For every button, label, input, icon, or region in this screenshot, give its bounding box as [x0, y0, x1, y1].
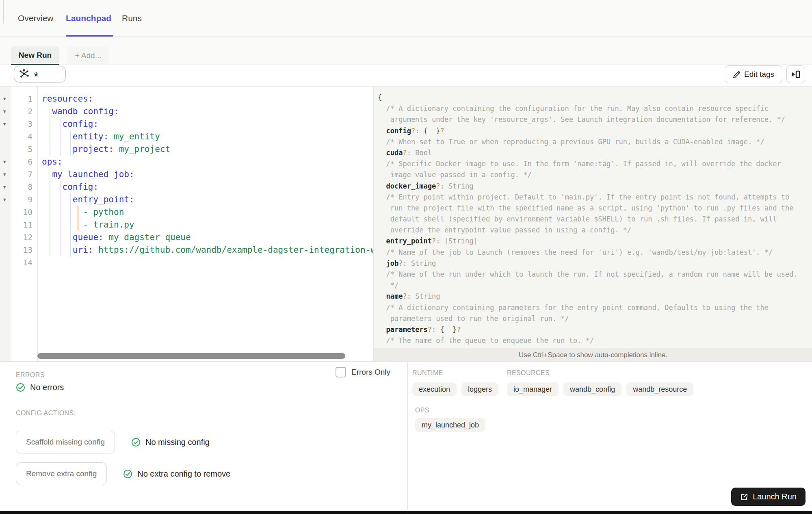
errors-section-label: ERRORS	[16, 371, 45, 379]
schema-doc-line: /* A dictionary containing parameters fo…	[378, 302, 812, 313]
scaffold-missing-config-button[interactable]: Scaffold missing config	[16, 431, 115, 453]
code-line[interactable]: ▼7 my_launched_job:	[0, 168, 373, 181]
code-line[interactable]: 11 - train.py	[0, 219, 373, 231]
code-line[interactable]: 14	[0, 256, 373, 269]
tab-runs[interactable]: Runs	[122, 0, 142, 37]
code-line[interactable]: ▼6ops:	[0, 156, 373, 168]
code-text: resources:	[42, 93, 93, 105]
code-text: entry_point:	[42, 193, 134, 206]
schema-doc-line: job?: String	[378, 258, 812, 269]
schema-doc-line: image value passed in a config. */	[378, 169, 812, 180]
line-number: 8	[0, 181, 32, 193]
bottom-panel-divider	[407, 362, 408, 511]
line-number: 14	[0, 256, 32, 269]
toolbar-row: * Edit tags	[0, 65, 812, 87]
op-selector-value: *	[34, 72, 39, 80]
tag-pill[interactable]: wandb_config	[563, 382, 621, 396]
line-number: 1	[0, 93, 32, 105]
ops-pills: my_launched_job	[415, 418, 485, 432]
schema-doc-line: /* Specific Docker image to use. In the …	[378, 158, 812, 169]
line-number: 6	[0, 156, 32, 168]
config-tab-bar: New Run + Add...	[0, 37, 812, 65]
tag-pill[interactable]: execution	[412, 382, 457, 396]
code-line[interactable]: 4 entity: my_entity	[0, 130, 373, 143]
schema-doc-line: {	[378, 92, 812, 103]
launch-run-button[interactable]: Launch Run	[731, 488, 806, 506]
tab-add-config[interactable]: + Add...	[67, 46, 109, 65]
top-tab-bar: Overview Launchpad Runs	[0, 0, 812, 37]
schema-doc-line: run the project file with the specified …	[378, 203, 812, 214]
check-circle-icon	[131, 438, 141, 447]
schema-doc-line: name?: String	[378, 291, 812, 302]
schema-doc-line: config?: { }?	[378, 126, 812, 137]
code-line[interactable]: 5 project: my_project	[0, 143, 373, 156]
autocomplete-hint: Use Ctrl+Space to show auto-completions …	[374, 348, 812, 361]
code-line[interactable]: ▼1resources:	[0, 93, 373, 105]
tag-pill[interactable]: my_launched_job	[415, 418, 485, 432]
errors-only-label: Errors Only	[351, 368, 390, 377]
errors-only-checkbox[interactable]	[336, 367, 346, 377]
config-actions-label: CONFIG ACTIONS:	[16, 410, 76, 417]
line-number: 3	[0, 118, 32, 130]
code-line[interactable]: ▼8 config:	[0, 181, 373, 193]
runtime-section-label: RUNTIME	[412, 369, 443, 377]
schema-doc-line: */	[378, 280, 812, 291]
scaffold-status: No missing config	[131, 438, 210, 447]
code-line[interactable]: 12 queue: my_dagster_queue	[0, 231, 373, 244]
code-text: - train.py	[42, 219, 134, 231]
schema-doc-line: /* The name of the queue to enqueue the …	[378, 335, 812, 346]
tag-pill[interactable]: wandb_resource	[626, 382, 693, 396]
code-text: queue: my_dagster_queue	[42, 231, 191, 244]
op-selector-input[interactable]: *	[14, 66, 66, 82]
play-panel-icon	[791, 70, 801, 79]
schema-doc-line: parameters?: { }?	[378, 324, 812, 335]
tab-overview[interactable]: Overview	[18, 0, 54, 37]
launchpad-page: Overview Launchpad Runs New Run + Add...	[0, 0, 812, 514]
code-text: config:	[42, 181, 98, 193]
pencil-icon	[733, 71, 741, 78]
code-text: entity: my_entity	[42, 130, 160, 143]
schema-doc-line: /* Entry point within project. Default t…	[378, 192, 812, 203]
schema-doc-line: /* Name of the job to Launch (removes th…	[378, 247, 812, 258]
schema-doc-text: { /* A dictionary containing the configu…	[374, 87, 812, 348]
line-number: 9	[0, 193, 32, 206]
edit-tags-button[interactable]: Edit tags	[725, 65, 782, 83]
launch-run-label: Launch Run	[753, 492, 797, 501]
line-number: 2	[0, 105, 32, 118]
code-line[interactable]: ▼9 entry_point:	[0, 193, 373, 206]
code-line[interactable]: ▼2 wandb_config:	[0, 105, 373, 118]
errors-status: No errors	[16, 383, 64, 392]
resources-pills: io_managerwandb_configwandb_resource	[507, 382, 693, 396]
expand-panel-button[interactable]	[786, 65, 805, 83]
check-circle-icon	[16, 383, 25, 392]
code-lines: ▼1resources:▼2 wandb_config:▼3 config:4 …	[0, 93, 373, 269]
external-link-icon	[740, 493, 748, 501]
config-code-editor[interactable]: ▼1resources:▼2 wandb_config:▼3 config:4 …	[0, 87, 373, 361]
schema-doc-line: docker_image?: String	[378, 181, 812, 192]
op-graph-icon	[19, 69, 30, 80]
bottom-panel: ERRORS No errors CONFIG ACTIONS: Scaffol…	[0, 361, 812, 511]
code-text: config:	[42, 118, 98, 130]
tag-pill[interactable]: loggers	[461, 382, 498, 396]
edit-tags-label: Edit tags	[744, 70, 774, 79]
tab-new-run[interactable]: New Run	[11, 46, 59, 65]
line-number: 11	[0, 219, 32, 231]
code-text: my_launched_job:	[42, 168, 134, 181]
editor-horizontal-scrollbar[interactable]	[37, 353, 345, 359]
remove-extra-config-button[interactable]: Remove extra config	[16, 462, 107, 485]
tab-launchpad[interactable]: Launchpad	[66, 0, 111, 37]
schema-doc-line: /* Name of the run under which to launch…	[378, 269, 812, 280]
ops-section-label: OPS	[415, 407, 429, 414]
remove-status: No extra config to remove	[123, 469, 230, 479]
schema-doc-line: default shell (specified by environment …	[378, 214, 812, 225]
line-number: 12	[0, 231, 32, 244]
code-line[interactable]: 10 - python	[0, 206, 373, 219]
errors-only-toggle[interactable]: Errors Only	[336, 367, 390, 377]
code-text: - python	[42, 206, 124, 219]
check-circle-icon	[123, 469, 132, 479]
code-line[interactable]: ▼3 config:	[0, 118, 373, 130]
config-schema-panel: { /* A dictionary containing the configu…	[374, 87, 812, 361]
tag-pill[interactable]: io_manager	[507, 382, 559, 396]
code-line[interactable]: 13 uri: https://github.com/wandb/example…	[0, 244, 373, 256]
schema-doc-line: entry_point?: [String]	[378, 236, 812, 247]
